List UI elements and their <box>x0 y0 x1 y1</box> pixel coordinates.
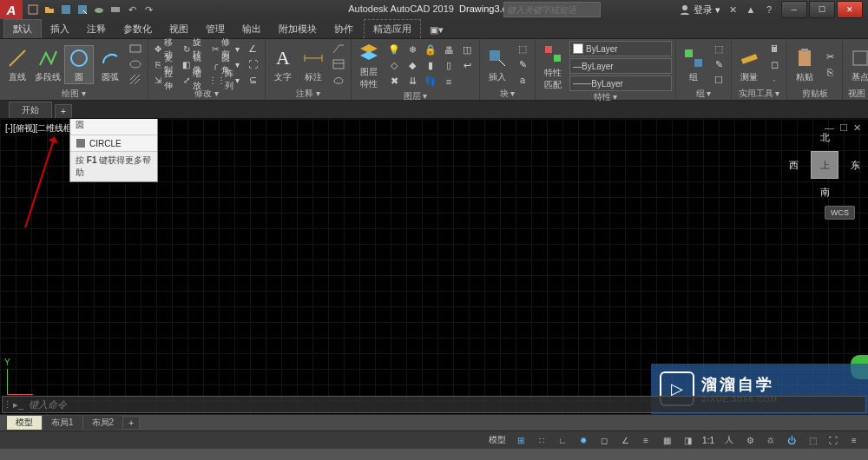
cloud-icon[interactable] <box>330 73 347 87</box>
layer-uniso-icon[interactable]: ◆ <box>404 59 421 73</box>
copy-clip-icon[interactable]: ⎘ <box>821 65 838 79</box>
command-input[interactable] <box>27 398 865 411</box>
edit-block-icon[interactable]: ✎ <box>514 57 531 71</box>
point-icon[interactable]: · <box>766 73 783 87</box>
layout-add[interactable]: + <box>123 417 140 429</box>
layer-states-icon[interactable]: ≡ <box>440 75 457 89</box>
rect-icon[interactable] <box>127 42 144 56</box>
sel-cycle-icon[interactable]: ◨ <box>679 433 696 447</box>
tab-collab[interactable]: 协作 <box>326 20 362 38</box>
group-sel-icon[interactable]: ☐ <box>710 73 727 87</box>
tab-default[interactable]: 默认 <box>3 19 42 38</box>
otrack-toggle-icon[interactable]: ∠ <box>616 433 634 447</box>
tab-manage[interactable]: 管理 <box>197 20 233 38</box>
layer-walk-icon[interactable]: 👣 <box>422 75 439 89</box>
save-icon[interactable] <box>59 3 73 16</box>
ellipse-icon[interactable] <box>127 57 144 71</box>
tab-annotate[interactable]: 注释 <box>78 20 115 38</box>
tab-output[interactable]: 输出 <box>233 20 270 38</box>
panel-draw-label[interactable]: 绘图 ▾ <box>3 88 144 100</box>
transparency-icon[interactable]: ▦ <box>658 433 675 447</box>
tab-insert[interactable]: 插入 <box>42 20 78 38</box>
measure-button[interactable]: 测量 <box>735 46 763 83</box>
group-edit-icon[interactable]: ✎ <box>710 57 727 71</box>
panel-block-label[interactable]: 块 ▾ <box>483 88 531 100</box>
paste-button[interactable]: 粘贴 <box>791 46 819 83</box>
layer-iso-icon[interactable]: ◇ <box>385 59 403 73</box>
viewcube-west[interactable]: 西 <box>789 159 799 172</box>
dim-button[interactable]: 标注 <box>299 46 327 83</box>
viewcube-south[interactable]: 南 <box>820 186 830 199</box>
workspace-icon[interactable]: ⛭ <box>762 433 779 447</box>
tab-featured[interactable]: 精选应用 <box>364 19 421 38</box>
login-button[interactable]: 登录 ▾ <box>679 3 720 16</box>
lwt-toggle-icon[interactable]: ≡ <box>637 433 654 447</box>
scale-label[interactable]: 1:1 <box>700 436 717 445</box>
new-icon[interactable] <box>26 3 40 16</box>
anno-scale-icon[interactable]: 人 <box>720 433 738 447</box>
drawing-area[interactable]: [-][俯视][二维线框] — ☐ ✕ 圆心，半径 用圆心和半径创建圆 CIRC… <box>0 119 868 414</box>
ungroup-icon[interactable]: ⬚ <box>710 42 727 56</box>
saveas-icon[interactable] <box>76 3 89 16</box>
hatch-icon[interactable] <box>127 73 144 87</box>
doc-close-icon[interactable]: ✕ <box>853 122 861 134</box>
polyline-button[interactable]: 多段线 <box>34 46 62 83</box>
layer-on-icon[interactable]: 💡 <box>385 43 403 57</box>
ortho-toggle-icon[interactable]: ∟ <box>554 433 571 447</box>
polar-toggle-icon[interactable]: ✹ <box>575 433 592 447</box>
viewcube-east[interactable]: 东 <box>851 159 860 172</box>
create-block-icon[interactable]: ⬚ <box>514 42 531 56</box>
table-icon[interactable] <box>330 57 347 71</box>
text-button[interactable]: A文字 <box>269 46 297 83</box>
array-button[interactable]: ⋮⋮阵列 ▾ <box>209 73 241 87</box>
line-button[interactable]: 直线 <box>3 46 31 83</box>
circle-button[interactable]: 圆 <box>64 45 94 84</box>
panel-util-label[interactable]: 实用工具 ▾ <box>735 88 783 100</box>
snap-toggle-icon[interactable]: ∷ <box>533 433 550 447</box>
help-search[interactable] <box>503 2 601 17</box>
viewport-label[interactable]: [-][俯视][二维线框] <box>5 122 75 135</box>
layer-props-button[interactable]: 图层 特性 <box>355 41 383 90</box>
linetype-combo[interactable]: ─── ByLayer <box>569 76 672 91</box>
undo-icon[interactable]: ↶ <box>125 3 139 16</box>
attrib-icon[interactable]: a <box>514 73 531 87</box>
layer-del-icon[interactable]: ✖ <box>385 75 403 89</box>
status-model[interactable]: 模型 <box>486 434 509 446</box>
layer-freeze-icon[interactable]: ❄ <box>404 43 421 57</box>
select-icon[interactable]: ◻ <box>766 57 783 71</box>
layer-color-icon[interactable]: ◫ <box>458 43 476 57</box>
layer-merge-icon[interactable]: ⇊ <box>404 75 421 89</box>
open-icon[interactable] <box>43 3 56 16</box>
tab-addon[interactable]: 附加模块 <box>270 20 326 38</box>
tab-expand[interactable]: ▣▾ <box>421 22 452 38</box>
autodesk-app-icon[interactable]: ▲ <box>744 3 758 16</box>
close-button[interactable]: ✕ <box>837 1 863 18</box>
panel-annot-label[interactable]: 注释 ▾ <box>269 88 347 100</box>
tab-view[interactable]: 视图 <box>161 20 197 38</box>
exchange-icon[interactable]: ✕ <box>726 3 740 16</box>
viewcube-north[interactable]: 北 <box>820 131 830 144</box>
redo-icon[interactable]: ↷ <box>141 3 155 16</box>
tab-parametric[interactable]: 参数化 <box>115 20 161 38</box>
base-button[interactable]: 基点 <box>846 46 868 83</box>
isolate-icon[interactable]: ⬚ <box>804 433 821 447</box>
match-props-button[interactable]: 特性 匹配 <box>539 42 567 91</box>
layer-match-icon[interactable]: ▯ <box>440 59 457 73</box>
panel-prop-label[interactable]: 特性 ▾ <box>539 91 672 103</box>
panel-modify-label[interactable]: 修改 ▾ <box>152 88 261 100</box>
doc-tab-add[interactable]: + <box>55 104 72 118</box>
layer-prev-icon[interactable]: ↩ <box>458 59 476 73</box>
doc-max-icon[interactable]: ☐ <box>839 122 848 134</box>
layer-plot-icon[interactable]: 🖶 <box>440 43 457 57</box>
wcs-badge[interactable]: WCS <box>825 206 855 220</box>
panel-group-label[interactable]: 组 ▾ <box>680 88 727 100</box>
lineweight-combo[interactable]: — ByLayer <box>569 58 672 74</box>
viewcube[interactable]: 北 南 西 东 上 <box>794 135 855 195</box>
offset-icon[interactable]: ⊆ <box>244 73 261 87</box>
grid-toggle-icon[interactable]: ⊞ <box>512 433 529 447</box>
hw-accel-icon[interactable]: ⏻ <box>783 433 800 447</box>
group-button[interactable]: 组 <box>680 46 707 83</box>
arc-button[interactable]: 圆弧 <box>96 46 124 83</box>
panel-layer-label[interactable]: 图层 ▾ <box>355 90 476 102</box>
layer-lock-icon[interactable]: 🔒 <box>422 43 439 57</box>
